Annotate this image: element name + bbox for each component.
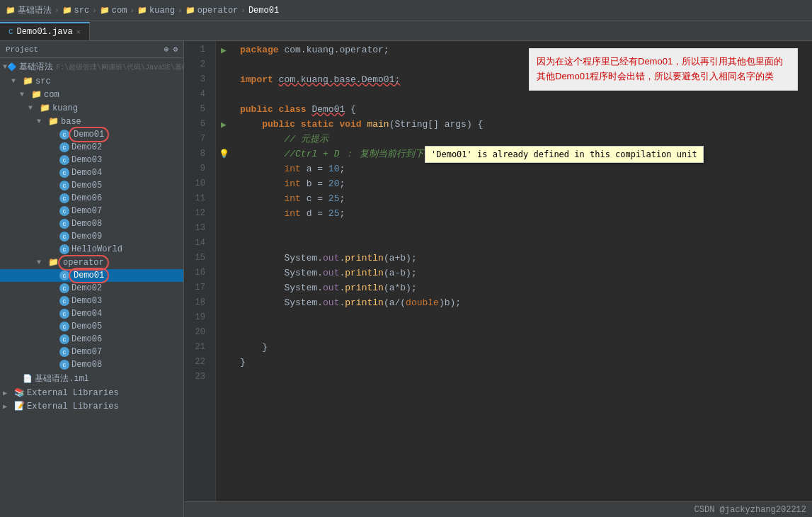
tree-item-src[interactable]: ▼ 📁 src	[0, 74, 183, 88]
tree-item-iml[interactable]: 📄 基础语法.iml	[0, 371, 183, 386]
gutter-warn-8[interactable]: 💡	[216, 147, 231, 161]
java-file-icon: C	[59, 244, 69, 254]
folder-icon: 📁	[185, 6, 195, 15]
sidebar-action-icon2[interactable]: ⚙	[173, 45, 178, 54]
tree-item-op-demo07[interactable]: CDemo07	[0, 346, 183, 358]
code-line-2	[240, 57, 812, 72]
breadcrumb-kuang[interactable]: 📁 kuang	[137, 6, 175, 16]
line-num-20: 20	[184, 325, 210, 340]
code-line-9: int a = 10;	[240, 161, 812, 176]
tree-item-base-demo07[interactable]: CDemo07	[0, 205, 183, 217]
tree-item-scratches[interactable]: ▶ 📝 External Libraries	[0, 399, 183, 413]
tree-item-base-demo06[interactable]: CDemo06	[0, 192, 183, 205]
tree-item-base-demo04[interactable]: CDemo04	[0, 166, 183, 179]
java-file-icon: C	[59, 142, 69, 152]
tree-item-op-demo02[interactable]: CDemo02	[0, 282, 183, 295]
watermark-text: CSDN @jackyzhang202212	[694, 505, 806, 515]
code-line-1: package com.kuang.operator;	[240, 42, 812, 57]
tree-item-base-demo05[interactable]: CDemo05	[0, 179, 183, 192]
java-file-icon: C	[59, 181, 69, 191]
breadcrumb-com[interactable]: 📁 com	[100, 6, 127, 16]
tree-item-base-demo08[interactable]: CDemo08	[0, 217, 183, 230]
expand-arrow: ▶	[3, 402, 14, 411]
line-num-18: 18	[184, 295, 210, 310]
java-file-icon: C	[59, 271, 69, 280]
java-file-icon: C	[59, 168, 69, 178]
close-tab-icon[interactable]: ✕	[76, 28, 81, 36]
java-file-icon: C	[59, 219, 69, 229]
expand-arrow: ▶	[3, 389, 14, 397]
top-bar: 📁 基础语法 › 📁 src › 📁 com › 📁 kuang › 📁 ope…	[0, 0, 812, 21]
tree-item-op-demo03[interactable]: CDemo03	[0, 295, 183, 307]
tree-item-kuang[interactable]: ▼ 📁 kuang	[0, 101, 183, 115]
expand-arrow: ▼	[37, 118, 48, 125]
line-num-22: 22	[184, 355, 210, 370]
sidebar-action-icon1[interactable]: ⊕	[164, 45, 169, 54]
folder-icon: 📁	[100, 6, 110, 15]
java-file-icon: C	[59, 347, 69, 357]
java-file-icon: C	[8, 28, 13, 36]
tree-item-com[interactable]: ▼ 📁 com	[0, 88, 183, 101]
line-num-4: 4	[184, 87, 210, 102]
scratches-icon: 📝	[14, 401, 25, 411]
code-line-6: public static void main(String[] args) {	[240, 117, 812, 132]
gutter-run-5[interactable]: ▶	[216, 42, 231, 57]
tree-item-helloworld[interactable]: CHelloWorld	[0, 243, 183, 256]
line-num-7: 7	[184, 132, 210, 147]
line-num-9: 9	[184, 161, 210, 176]
folder-icon: 📁	[6, 6, 16, 15]
error-tooltip: 'Demo01' is already defined in this comp…	[425, 146, 704, 163]
gutter-run-6[interactable]: ▶	[216, 117, 231, 132]
tree-item-op-demo01[interactable]: C Demo01	[0, 269, 183, 282]
tab-demo01[interactable]: C Demo01.java ✕	[0, 22, 90, 40]
breadcrumb-src[interactable]: 📁 src	[62, 6, 90, 16]
code-line-15: System.out.println(a+b);	[240, 251, 812, 266]
line-num-6: 6	[184, 117, 210, 132]
warn-icon[interactable]: 💡	[219, 149, 229, 159]
code-line-4	[240, 87, 812, 102]
line-num-19: 19	[184, 310, 210, 325]
breadcrumb-jichuyufa[interactable]: 📁 基础语法	[6, 4, 52, 16]
tree-item-base-demo01[interactable]: C Demo01	[0, 128, 183, 141]
java-file-icon: C	[59, 206, 69, 216]
tree-item-op-demo08[interactable]: CDemo08	[0, 358, 183, 371]
line-num-5: 5	[184, 102, 210, 117]
bottom-bar: CSDN @jackyzhang202212	[184, 501, 812, 517]
tree-item-base[interactable]: ▼ 📁 base	[0, 115, 183, 128]
line-num-12: 12	[184, 206, 210, 221]
breadcrumb-operator[interactable]: 📁 operator	[185, 6, 239, 16]
line-num-14: 14	[184, 236, 210, 251]
run-icon[interactable]: ▶	[221, 119, 227, 130]
code-line-16: System.out.println(a-b);	[240, 266, 812, 280]
java-file-icon: C	[59, 322, 69, 331]
line-num-21: 21	[184, 340, 210, 355]
java-file-icon: C	[59, 232, 69, 242]
expand-arrow: ▼	[20, 91, 31, 98]
breadcrumb-demo01[interactable]: Demo01	[248, 6, 279, 16]
code-line-23	[240, 370, 812, 385]
code-line-11: int c = 25;	[240, 191, 812, 206]
line-num-3: 3	[184, 72, 210, 87]
code-line-13	[240, 221, 812, 236]
folder-icon: 📁	[31, 89, 42, 100]
java-file-icon: C	[59, 283, 69, 293]
code-content[interactable]: package com.kuang.operator; import com.k…	[231, 41, 812, 501]
code-editor[interactable]: 1 2 3 4 5 6 7 8 9 10 11 12 13 14 15 16 1…	[184, 41, 812, 501]
line-num-16: 16	[184, 266, 210, 280]
tree-item-root[interactable]: ▼ 🔷 基础语法 F:\超级管理\网课班\代码\JavaSE\基础...	[0, 59, 183, 74]
tree-item-op-demo04[interactable]: CDemo04	[0, 307, 183, 320]
line-num-15: 15	[184, 251, 210, 266]
tree-item-op-demo06[interactable]: CDemo06	[0, 333, 183, 346]
tree-item-base-demo03[interactable]: CDemo03	[0, 154, 183, 166]
tree-item-ext-libs[interactable]: ▶ 📚 External Libraries	[0, 386, 183, 399]
code-line-21: }	[240, 340, 812, 355]
tree-item-operator[interactable]: ▼ 📁 operator	[0, 256, 183, 269]
tree-item-op-demo05[interactable]: CDemo05	[0, 320, 183, 333]
tree-item-base-demo02[interactable]: CDemo02	[0, 141, 183, 154]
code-line-17: System.out.println(a*b);	[240, 280, 812, 295]
run-icon[interactable]: ▶	[221, 45, 227, 56]
iml-icon: 📄	[23, 374, 33, 383]
tree-item-base-demo09[interactable]: CDemo09	[0, 230, 183, 243]
gutter: ▶ ▶ 💡	[216, 41, 231, 501]
expand-arrow: ▼	[11, 77, 23, 85]
